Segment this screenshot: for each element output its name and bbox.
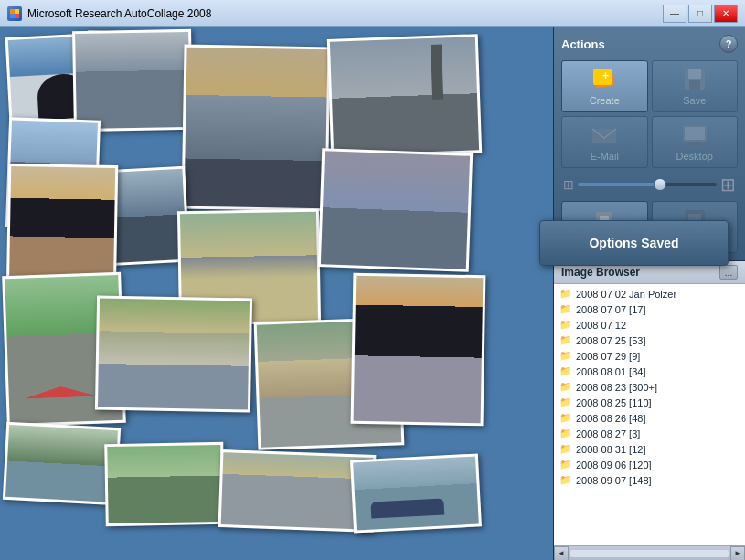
folder-icon: 📁 (559, 396, 572, 408)
folder-item[interactable]: 📁2008 08 01 [34] (554, 364, 745, 379)
create-button[interactable]: + Create (561, 60, 648, 112)
options-saved-text: Options Saved (549, 236, 718, 250)
email-label: E-Mail (591, 151, 619, 162)
folder-name: 2008 08 23 [300+] (576, 382, 657, 393)
browser-menu-button[interactable]: ... (719, 265, 738, 280)
actions-title: Actions (561, 37, 605, 51)
folder-item[interactable]: 📁2008 08 27 [3] (554, 426, 745, 441)
folder-name: 2008 08 27 [3] (576, 428, 640, 439)
folder-icon: 📁 (559, 412, 572, 424)
folder-item[interactable]: 📁2008 08 31 [12] (554, 441, 745, 457)
photo-16 (104, 442, 225, 526)
folder-item[interactable]: 📁2008 09 06 [120] (554, 457, 745, 472)
folder-name: 2008 07 29 [9] (576, 351, 640, 362)
save-icon (680, 67, 709, 92)
folder-icon: 📁 (559, 459, 572, 470)
desktop-label: Desktop (676, 151, 713, 162)
help-button[interactable]: ? (719, 35, 738, 53)
photo-3-content (75, 32, 190, 129)
folder-icon: 📁 (559, 303, 572, 315)
grid-small-icon: ⊞ (563, 177, 574, 192)
photo-12-content (98, 299, 250, 410)
folder-icon: 📁 (559, 365, 572, 377)
photo-3 (72, 29, 193, 132)
scroll-track (570, 550, 729, 557)
scroll-left-button[interactable]: ◄ (554, 546, 569, 561)
slider-row: ⊞ ⊞ (561, 174, 738, 195)
create-label: Create (590, 95, 620, 106)
app-icon (7, 6, 22, 21)
folder-item[interactable]: 📁2008 08 25 [110] (554, 395, 745, 410)
folder-item[interactable]: 📁2008 08 23 [300+] (554, 379, 745, 395)
photo-18 (350, 453, 482, 533)
window-controls: — □ ✕ (663, 5, 738, 23)
save-button[interactable]: Save (652, 60, 739, 112)
svg-rect-13 (690, 142, 699, 144)
svg-rect-3 (15, 14, 19, 18)
svg-rect-1 (15, 9, 19, 14)
photo-12 (95, 296, 252, 413)
save-label: Save (683, 95, 706, 106)
folder-icon: 📁 (559, 334, 572, 346)
options-saved-overlay: Options Saved (539, 220, 729, 266)
folder-item[interactable]: 📁2008 07 29 [9] (554, 348, 745, 364)
desktop-icon (680, 122, 709, 148)
photo-18-content (353, 457, 479, 531)
svg-rect-9 (689, 80, 700, 90)
photo-16-content (107, 445, 221, 523)
folder-name: 2008 09 06 [120] (576, 460, 652, 470)
browser-title: Image Browser (561, 266, 640, 279)
photo-5-content (330, 37, 479, 154)
photo-15-content (5, 425, 118, 502)
horizontal-scrollbar: ◄ ► (554, 545, 745, 560)
action-buttons-grid: + Create Save (561, 60, 738, 168)
folder-item[interactable]: 📁2008 07 02 Jan Polzer (554, 286, 745, 301)
folder-item[interactable]: 📁2008 09 07 [148] (554, 472, 745, 488)
folder-item[interactable]: 📁2008 07 07 [17] (554, 301, 745, 317)
folder-icon: 📁 (559, 474, 572, 486)
photo-14 (351, 273, 486, 427)
window-title: Microsoft Research AutoCollage 2008 (27, 7, 663, 20)
folder-name: 2008 08 31 [12] (576, 444, 645, 455)
svg-rect-0 (10, 9, 15, 14)
close-button[interactable]: ✕ (714, 5, 738, 23)
svg-rect-14 (687, 144, 702, 145)
folder-icon: 📁 (559, 428, 572, 439)
size-slider[interactable] (578, 183, 717, 186)
photo-14-content (354, 276, 484, 423)
svg-rect-12 (685, 127, 705, 140)
folder-name: 2008 08 25 [110] (576, 397, 652, 408)
folder-icon: 📁 (559, 381, 572, 393)
minimize-button[interactable]: — (663, 5, 686, 23)
image-browser: Image Browser ... 📁2008 07 02 Jan Polzer… (554, 261, 745, 560)
svg-rect-2 (10, 14, 15, 18)
actions-header: Actions ? (561, 35, 738, 53)
email-button[interactable]: E-Mail (561, 116, 648, 168)
photo-15 (3, 422, 121, 505)
folder-icon: 📁 (559, 319, 572, 331)
folder-list[interactable]: 📁2008 07 02 Jan Polzer📁2008 07 07 [17]📁2… (554, 284, 745, 545)
folder-item[interactable]: 📁2008 08 26 [48] (554, 410, 745, 426)
maximize-button[interactable]: □ (688, 5, 712, 23)
folder-icon: 📁 (559, 350, 572, 362)
right-panel: Actions ? + Create (553, 27, 745, 560)
folder-icon: 📁 (559, 443, 572, 455)
photo-4-content (184, 48, 327, 209)
svg-text:+: + (602, 69, 609, 82)
folder-name: 2008 07 02 Jan Polzer (576, 289, 676, 300)
scroll-right-button[interactable]: ► (730, 546, 745, 561)
title-bar: Microsoft Research AutoCollage 2008 — □ … (0, 0, 745, 27)
folder-name: 2008 07 12 (576, 320, 626, 331)
collage-canvas (0, 27, 553, 560)
photo-10 (318, 148, 473, 272)
create-icon: + (590, 67, 619, 92)
desktop-button[interactable]: Desktop (652, 116, 739, 168)
photo-4 (181, 45, 330, 212)
folder-item[interactable]: 📁2008 07 12 (554, 317, 745, 333)
folder-name: 2008 07 25 [53] (576, 335, 645, 346)
folder-name: 2008 08 01 [34] (576, 366, 645, 377)
folder-icon: 📁 (559, 288, 572, 300)
main-area: Actions ? + Create (0, 27, 745, 560)
folder-name: 2008 09 07 [148] (576, 475, 652, 486)
folder-item[interactable]: 📁2008 07 25 [53] (554, 333, 745, 348)
